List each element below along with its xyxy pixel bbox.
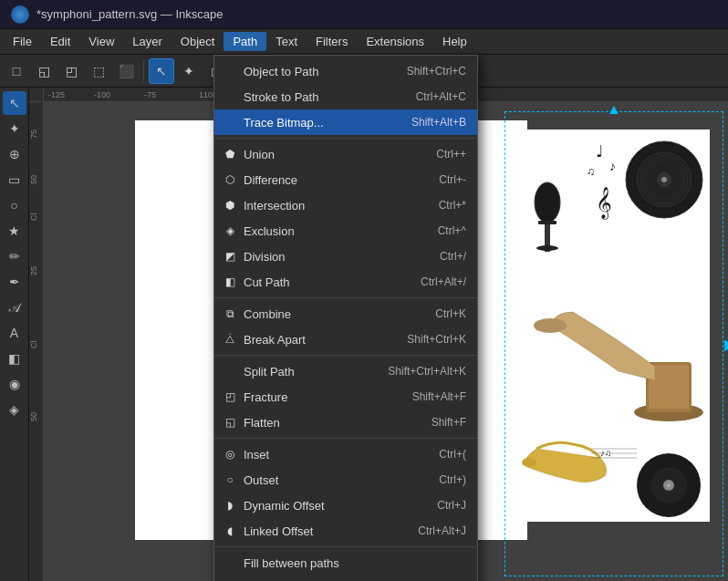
fill-between-paths-label: Fill between paths — [244, 556, 339, 570]
svg-text:𝄞: 𝄞 — [596, 187, 612, 220]
outset-label: Outset — [244, 473, 278, 487]
toolbar-export[interactable]: ⬛ — [113, 58, 139, 84]
union-shortcut: Ctrl++ — [436, 148, 466, 161]
exclusion-shortcut: Ctrl+^ — [438, 224, 466, 237]
linked-offset-label: Linked Offset — [244, 524, 313, 538]
object-to-path-shortcut: Shift+Ctrl+C — [407, 65, 466, 78]
toolbar-save[interactable]: ◰ — [58, 58, 84, 84]
menubar-item-text[interactable]: Text — [266, 32, 307, 51]
intersection-icon: ⬢ — [222, 197, 238, 213]
menu-item-break-apart[interactable]: ⧊Break ApartShift+Ctrl+K — [214, 327, 477, 352]
menu-item-intersection[interactable]: ⬢IntersectionCtrl+* — [214, 192, 477, 218]
tool-rect[interactable]: ▭ — [3, 168, 26, 192]
difference-icon: ⬡ — [222, 171, 238, 188]
svg-text:-125: -125 — [48, 90, 65, 99]
menu-item-difference[interactable]: ⬡DifferenceCtrl+- — [214, 167, 477, 192]
svg-text:75: 75 — [29, 130, 38, 139]
svg-text:♫: ♫ — [587, 165, 595, 178]
menu-separator — [214, 297, 477, 298]
menubar-item-filters[interactable]: Filters — [307, 32, 357, 51]
app-logo — [11, 5, 29, 24]
menu-item-outset[interactable]: ○OutsetCtrl+) — [214, 467, 477, 493]
menubar-item-help[interactable]: Help — [433, 32, 476, 51]
ruler-corner — [29, 88, 44, 102]
window-title: *symphoni_pattern.svg — Inkscape — [36, 7, 224, 21]
svg-point-33 — [534, 318, 567, 333]
break-apart-shortcut: Shift+Ctrl+K — [407, 333, 466, 346]
dynamic-offset-icon: ◗ — [222, 497, 238, 514]
linked-offset-shortcut: Ctrl+Alt+J — [418, 524, 466, 537]
menu-item-union[interactable]: ⬟UnionCtrl++ — [214, 141, 477, 167]
menu-item-object-to-path[interactable]: Object to PathShift+Ctrl+C — [214, 58, 477, 84]
toolbar-node-mode[interactable]: ✦ — [176, 58, 202, 84]
menu-item-exclusion[interactable]: ◈ExclusionCtrl+^ — [214, 218, 477, 244]
path-dropdown-menu[interactable]: Object to PathShift+Ctrl+CStroke to Path… — [213, 55, 478, 581]
tool-gradient[interactable]: ◧ — [3, 347, 26, 370]
inset-label: Inset — [244, 448, 269, 462]
trace-bitmap-icon-spacer — [222, 114, 238, 130]
stroke-to-path-label: Stroke to Path — [244, 90, 318, 104]
toolbar-open[interactable]: ◱ — [31, 58, 57, 84]
menu-item-trace-bitmap[interactable]: Trace Bitmap...Shift+Alt+B — [214, 109, 477, 135]
tool-node[interactable]: ✦ — [3, 117, 26, 140]
tool-pencil[interactable]: ✏ — [3, 244, 26, 268]
menu-item-linked-offset[interactable]: ◖Linked OffsetCtrl+Alt+J — [214, 518, 477, 544]
menu-item-fracture[interactable]: ◰FractureShift+Alt+F — [214, 384, 477, 410]
menu-item-flatten[interactable]: ◱FlattenShift+F — [214, 410, 477, 435]
tool-pen[interactable]: ✒ — [3, 270, 26, 294]
menubar-item-view[interactable]: View — [79, 32, 123, 51]
cut-path-label: Cut Path — [244, 275, 290, 289]
union-icon: ⬟ — [222, 146, 238, 162]
inset-shortcut: Ctrl+( — [439, 448, 466, 461]
menu-item-split-path[interactable]: Split PathShift+Ctrl+Alt+K — [214, 358, 477, 384]
split-path-label: Split Path — [244, 365, 295, 379]
menubar-item-extensions[interactable]: Extensions — [357, 32, 433, 51]
menubar-item-layer[interactable]: Layer — [123, 32, 172, 51]
menubar-item-path[interactable]: Path — [224, 32, 266, 51]
tool-text[interactable]: A — [3, 321, 26, 345]
fracture-label: Fracture — [244, 390, 287, 404]
menu-item-stroke-to-path[interactable]: Stroke to PathCtrl+Alt+C — [214, 84, 477, 109]
menu-item-dynamic-offset[interactable]: ◗Dynamic OffsetCtrl+J — [214, 493, 477, 518]
toolbar-select-mode[interactable]: ↖ — [149, 58, 174, 84]
trace-bitmap-shortcut: Shift+Alt+B — [411, 116, 466, 129]
combine-shortcut: Ctrl+K — [435, 307, 466, 320]
division-icon: ◩ — [222, 248, 238, 265]
tool-ellipse[interactable]: ○ — [3, 193, 26, 217]
ruler-left: 75 50 Cl 25 Cl 50 — [29, 102, 44, 581]
flatten-shortcut: Shift+F — [432, 416, 466, 429]
exclusion-label: Exclusion — [244, 224, 295, 238]
tool-calligraphy[interactable]: 𝒜 — [3, 296, 26, 319]
tool-zoom[interactable]: ⊕ — [3, 142, 26, 166]
menubar-item-edit[interactable]: Edit — [41, 32, 79, 51]
dynamic-offset-label: Dynamic Offset — [244, 499, 325, 513]
flatten-icon: ◱ — [222, 414, 238, 431]
menu-item-simplify[interactable]: SimplifyCtrl+L — [214, 576, 477, 581]
intersection-shortcut: Ctrl+* — [439, 199, 466, 212]
svg-text:♪: ♪ — [609, 159, 616, 173]
break-apart-label: Break Apart — [244, 333, 306, 347]
fracture-shortcut: Shift+Alt+F — [412, 390, 466, 403]
toolbar-import[interactable]: ⬚ — [86, 58, 111, 84]
object-to-path-label: Object to Path — [244, 65, 318, 78]
menu-item-fill-between-paths[interactable]: Fill between paths — [214, 550, 477, 576]
menu-item-combine[interactable]: ⧉CombineCtrl+K — [214, 301, 477, 327]
svg-point-39 — [667, 483, 671, 487]
cut-path-icon: ◧ — [222, 274, 238, 290]
menu-item-division[interactable]: ◩DivisionCtrl+/ — [214, 244, 477, 269]
tool-star[interactable]: ★ — [3, 219, 26, 243]
svg-point-22 — [535, 182, 560, 223]
toolbar-new[interactable]: □ — [4, 58, 29, 84]
split-path-icon-spacer — [222, 363, 238, 379]
menu-separator — [214, 355, 477, 356]
tool-paint[interactable]: ◈ — [3, 398, 26, 421]
tool-select[interactable]: ↖ — [3, 91, 26, 115]
object-to-path-icon-spacer — [222, 63, 238, 79]
svg-rect-23 — [538, 221, 556, 224]
menubar-item-object[interactable]: Object — [172, 32, 224, 51]
tool-dropper[interactable]: ◉ — [3, 372, 26, 396]
svg-text:Cl: Cl — [29, 341, 38, 349]
menu-item-cut-path[interactable]: ◧Cut PathCtrl+Alt+/ — [214, 269, 477, 295]
menubar-item-file[interactable]: File — [4, 32, 41, 51]
menu-item-inset[interactable]: ◎InsetCtrl+( — [214, 441, 477, 467]
